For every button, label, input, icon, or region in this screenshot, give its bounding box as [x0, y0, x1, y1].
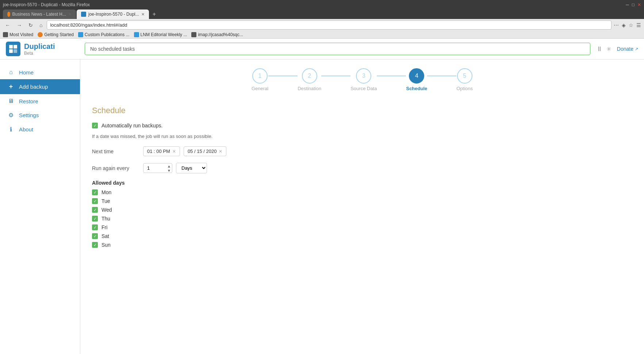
bookmark-icon-5 — [191, 32, 196, 37]
sidebar: ⌂ Home + Add backup 🖥 Restore ⚙ Settings… — [0, 59, 80, 354]
day-sat-label: Sat — [101, 233, 109, 239]
donate-link[interactable]: Donate ↗ — [617, 46, 638, 52]
auto-run-checkbox[interactable]: ✓ — [92, 123, 98, 128]
step-3[interactable]: 3 Source Data — [350, 68, 377, 91]
sidebar-item-settings[interactable]: ⚙ Settings — [0, 108, 80, 122]
run-again-unit-select[interactable]: Days Weeks Months — [176, 163, 207, 173]
svg-rect-1 — [14, 45, 17, 49]
day-fri-row: ✓ Fri — [92, 224, 632, 230]
allowed-days-label: Allowed days — [92, 180, 632, 186]
day-sun-checkbox[interactable]: ✓ — [92, 242, 98, 248]
day-thu-checkbox[interactable]: ✓ — [92, 216, 98, 222]
date-value: 05 / 15 / 2020 — [188, 149, 217, 154]
step-1[interactable]: 1 General — [252, 68, 268, 91]
step-1-label: General — [252, 86, 268, 91]
pause-icon[interactable]: ⏸ — [596, 45, 603, 53]
browser-tab-2[interactable]: joe-Inspiron-5570 - Dupl... ✕ — [77, 9, 149, 19]
menu-icon[interactable]: ⋯ — [614, 22, 619, 28]
bookmark-most-visited[interactable]: Most Visited — [3, 32, 33, 37]
spinner-arrows[interactable]: ▲ ▼ — [167, 164, 171, 172]
step-3-circle: 3 — [356, 68, 371, 84]
day-sat-row: ✓ Sat — [92, 233, 632, 239]
tab1-favicon — [7, 12, 10, 17]
day-mon-row: ✓ Mon — [92, 189, 632, 195]
browser-tab-1[interactable]: Business News - Latest H... ✕ — [3, 9, 76, 19]
browser-title: joe-Inspiron-5570 - Duplicati - Mozilla … — [3, 2, 90, 7]
bookmark-icon-2 — [38, 32, 43, 37]
time-clear-btn[interactable]: ✕ — [172, 149, 176, 154]
bookmark-custom-publications[interactable]: Custom Publications ... — [78, 32, 130, 37]
step-5-circle: 5 — [457, 68, 472, 84]
step-4-circle: 4 — [409, 68, 424, 84]
day-wed-label: Wed — [101, 207, 112, 213]
step-4[interactable]: 4 Schedule — [406, 68, 427, 91]
day-wed-row: ✓ Wed — [92, 207, 632, 213]
external-link-icon: ↗ — [635, 47, 638, 51]
logo-beta: Beta — [24, 51, 55, 56]
step-4-label: Schedule — [406, 86, 427, 91]
sidebar-item-add-backup[interactable]: + Add backup — [0, 79, 80, 94]
day-sun-row: ✓ Sun — [92, 242, 632, 248]
next-time-label: Next time — [92, 149, 139, 154]
home-nav-button[interactable]: ⌂ — [37, 22, 45, 29]
address-bar[interactable] — [47, 20, 612, 30]
spinner-icon: ✳ — [606, 46, 611, 53]
time-picker[interactable]: 01 : 00 PM ✕ — [143, 146, 180, 156]
tab1-label: Business News - Latest H... — [12, 12, 66, 17]
step-2-label: Destination — [298, 86, 321, 91]
hint-text: If a date was missed, the job will run a… — [92, 134, 632, 139]
sidebar-label-about: About — [19, 126, 33, 132]
bookmark-lnm[interactable]: LNM Editorial Weekly ... — [134, 32, 187, 37]
run-again-row: Run again every ▲ ▼ Days Weeks Months — [92, 163, 632, 173]
day-fri-checkbox[interactable]: ✓ — [92, 224, 98, 230]
date-clear-btn[interactable]: ✕ — [219, 149, 222, 154]
sidebar-item-about[interactable]: ℹ About — [0, 122, 80, 136]
bookmark-icon-3 — [78, 32, 83, 37]
back-button[interactable]: ← — [3, 22, 12, 29]
day-wed-checkbox[interactable]: ✓ — [92, 207, 98, 213]
connector-2-3 — [321, 76, 350, 76]
tab1-close[interactable]: ✕ — [68, 12, 72, 17]
day-mon-checkbox[interactable]: ✓ — [92, 189, 98, 195]
reload-button[interactable]: ↻ — [26, 22, 35, 29]
day-tue-checkbox[interactable]: ✓ — [92, 198, 98, 204]
logo-area: Duplicati Beta — [6, 42, 79, 56]
sidebar-label-restore: Restore — [19, 98, 38, 104]
pocket-icon[interactable]: ◈ — [622, 22, 626, 28]
new-tab-button[interactable]: + — [150, 9, 159, 19]
step-3-label: Source Data — [350, 86, 377, 91]
step-2[interactable]: 2 Destination — [298, 68, 321, 91]
run-again-label: Run again every — [92, 165, 139, 171]
auto-run-label: Automatically run backups. — [101, 123, 162, 128]
bookmark-getting-started[interactable]: Getting Started — [38, 32, 74, 37]
connector-1-2 — [268, 76, 298, 76]
info-icon: ℹ — [7, 126, 15, 133]
day-sat-checkbox[interactable]: ✓ — [92, 233, 98, 239]
forward-button[interactable]: → — [15, 22, 24, 29]
tab2-close[interactable]: ✕ — [141, 12, 145, 17]
schedule-title: Schedule — [92, 106, 632, 115]
day-fri-label: Fri — [101, 224, 107, 230]
header-message: No scheduled tasks — [85, 43, 590, 55]
hamburger-icon[interactable]: ☰ — [636, 22, 641, 28]
bookmark-imap[interactable]: imap://jcasad%40sqc... — [191, 32, 243, 37]
time-value: 01 : 00 PM — [147, 149, 170, 154]
sidebar-item-restore[interactable]: 🖥 Restore — [0, 94, 80, 108]
spinner-up[interactable]: ▲ — [167, 164, 171, 168]
sidebar-label-add-backup: Add backup — [19, 84, 48, 90]
sidebar-label-home: Home — [19, 69, 34, 76]
sidebar-item-home[interactable]: ⌂ Home — [0, 65, 80, 79]
minimize-icon[interactable]: ─ — [626, 2, 629, 7]
maximize-icon[interactable]: □ — [632, 2, 635, 7]
bookmark-icon-1 — [3, 32, 8, 37]
step-5[interactable]: 5 Options — [456, 68, 473, 91]
date-picker[interactable]: 05 / 15 / 2020 ✕ — [184, 146, 227, 156]
connector-4-5 — [427, 76, 456, 76]
connector-3-4 — [377, 76, 406, 76]
home-icon: ⌂ — [7, 69, 15, 76]
star-icon[interactable]: ☆ — [629, 22, 633, 28]
svg-rect-3 — [14, 49, 17, 53]
day-sun-label: Sun — [101, 242, 111, 248]
close-icon[interactable]: ✕ — [637, 2, 641, 7]
spinner-down[interactable]: ▼ — [167, 168, 171, 172]
